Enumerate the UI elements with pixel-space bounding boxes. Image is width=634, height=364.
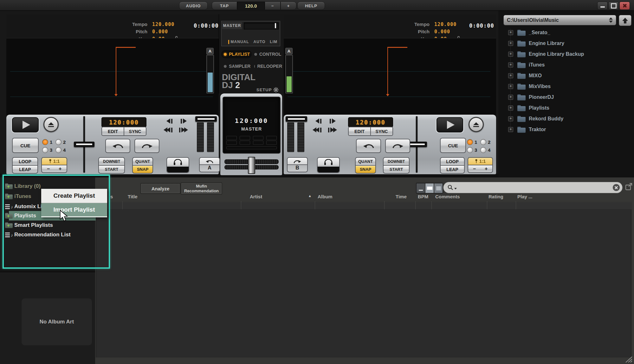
tree-item[interactable]: +Playlists <box>498 103 634 113</box>
expand-icon[interactable]: + <box>508 105 513 111</box>
hotcue-1-radio[interactable] <box>42 139 48 145</box>
tree-item[interactable]: +Rekord Buddy <box>498 114 634 124</box>
help-button[interactable]: HELP <box>297 2 325 10</box>
tree-item[interactable]: +MixVibes <box>498 82 634 91</box>
column-header-title[interactable]: Title <box>128 194 138 199</box>
loop-minus-button[interactable]: − <box>473 166 476 172</box>
start-button[interactable]: START <box>98 165 125 174</box>
eject-button[interactable] <box>469 117 484 132</box>
expand-icon[interactable]: + <box>508 30 513 35</box>
view-small-button[interactable] <box>417 183 425 193</box>
hotcue-3-radio[interactable] <box>42 147 48 153</box>
audio-button[interactable]: AUDIO <box>179 2 208 10</box>
tree-item[interactable]: +iTunes <box>498 60 634 70</box>
bpm-decrease-button[interactable]: − <box>265 2 281 10</box>
seek-forward-button[interactable] <box>328 127 337 132</box>
setup-button[interactable]: SETUP <box>256 87 279 93</box>
tree-item[interactable]: +PioneerDJ <box>498 93 634 102</box>
censor-forward-button[interactable] <box>134 139 159 153</box>
hotcue-1-radio[interactable] <box>467 139 473 145</box>
fx-assign-a-button[interactable]: A <box>199 157 220 172</box>
hotcue-1[interactable]: 1 <box>42 139 52 145</box>
mufin-recommendation-button[interactable]: MufinRecommendation <box>181 182 222 195</box>
mode-auto[interactable]: AUTO <box>254 40 266 44</box>
sync-button[interactable]: SYNC <box>124 127 146 136</box>
maximize-button[interactable] <box>608 2 619 10</box>
cue-button[interactable]: CUE <box>12 138 39 153</box>
tree-item[interactable]: +_Serato_ <box>498 28 634 37</box>
headphone-cue-button[interactable] <box>166 157 189 173</box>
quant-button[interactable]: QUANT <box>132 157 153 166</box>
tap-button[interactable]: TAP <box>212 2 237 10</box>
expand-icon[interactable]: + <box>508 84 513 89</box>
track-list-empty[interactable] <box>96 202 631 357</box>
loop-minus-button[interactable]: − <box>47 166 50 172</box>
mode-lim[interactable]: LIM <box>270 40 277 44</box>
sidebar-splitter[interactable] <box>0 269 95 272</box>
column-header-artist[interactable]: Artist <box>250 194 262 199</box>
start-button[interactable]: START <box>383 165 410 174</box>
eject-button[interactable] <box>43 117 59 132</box>
headphone-cue-button[interactable] <box>317 157 340 173</box>
search-box[interactable] <box>443 182 623 193</box>
fx-assign-b-button[interactable]: B <box>287 157 308 172</box>
leap-button[interactable]: LEAP <box>440 165 465 174</box>
folder-up-button[interactable] <box>619 15 631 26</box>
expand-icon[interactable]: + <box>508 116 513 121</box>
nudge-forward-button[interactable] <box>330 118 336 124</box>
external-window-icon[interactable] <box>625 182 633 191</box>
censor-back-button[interactable] <box>356 139 381 153</box>
expand-icon[interactable]: + <box>508 41 513 46</box>
master-volume-slider[interactable] <box>244 22 279 29</box>
hotcue-4-radio[interactable] <box>55 147 61 153</box>
expand-icon[interactable]: + <box>508 52 513 57</box>
hotcue-2-radio[interactable] <box>55 139 61 145</box>
loop-size-buttons[interactable]: − + <box>468 165 493 173</box>
loop-button[interactable]: LOOP <box>12 157 38 166</box>
expand-icon[interactable]: + <box>508 73 513 78</box>
volume-fader-handle[interactable] <box>286 116 307 122</box>
nudge-back-button[interactable] <box>315 118 321 124</box>
hotcue-2[interactable]: 2 <box>480 139 490 145</box>
view-medium-button[interactable] <box>425 183 434 193</box>
close-button[interactable] <box>619 2 630 10</box>
crossfader-handle[interactable] <box>248 157 255 174</box>
seek-forward-button[interactable] <box>179 127 188 132</box>
column-header-time[interactable]: Time <box>396 194 407 199</box>
minimize-button[interactable] <box>597 2 608 10</box>
volume-fader-track[interactable] <box>287 122 294 152</box>
nudge-back-button[interactable] <box>166 118 172 124</box>
volume-fader-track[interactable] <box>197 122 204 152</box>
play-button[interactable] <box>437 117 463 132</box>
leap-button[interactable]: LEAP <box>12 165 38 174</box>
tree-item[interactable]: +Engine Library Backup <box>498 49 634 59</box>
hotcue-1[interactable]: 1 <box>467 139 477 145</box>
loop-size-buttons[interactable]: − + <box>41 165 67 173</box>
menu-item-import-playlist[interactable]: Import Playlist <box>41 203 107 217</box>
column-header-status[interactable]: s <box>110 194 113 199</box>
bpm-increase-button[interactable]: + <box>281 2 296 10</box>
expand-icon[interactable]: + <box>508 62 513 67</box>
censor-forward-button[interactable] <box>385 139 410 153</box>
column-header-rating[interactable]: Rating <box>488 194 503 199</box>
master-volume-handle[interactable] <box>275 23 276 28</box>
seek-back-button[interactable] <box>313 127 321 132</box>
analyze-button[interactable]: Analyze <box>140 183 180 194</box>
search-input[interactable] <box>459 185 613 191</box>
cue-button[interactable]: CUE <box>440 138 466 153</box>
loop-button[interactable]: LOOP <box>440 157 465 166</box>
view-large-button[interactable] <box>434 183 443 193</box>
path-dropdown[interactable]: C:\Users\Olivia\Music <box>503 15 616 25</box>
downbeat-button[interactable]: DOWNBT <box>383 157 410 166</box>
volume-fader-track[interactable] <box>207 122 214 152</box>
tree-item[interactable]: +MIXO <box>498 71 634 80</box>
hotcue-2-radio[interactable] <box>480 139 486 145</box>
loop-plus-button[interactable]: + <box>59 166 61 172</box>
hotcue-2[interactable]: 2 <box>55 139 66 145</box>
menu-item-create-playlist[interactable]: Create Playlist <box>41 189 107 203</box>
tree-item[interactable]: +Engine Library <box>498 39 634 48</box>
tab-control[interactable]: CONTROL <box>252 50 282 58</box>
tab-relooper[interactable]: RELOOPER <box>252 62 282 70</box>
seek-back-button[interactable] <box>164 127 172 132</box>
expand-icon[interactable]: + <box>508 95 513 100</box>
